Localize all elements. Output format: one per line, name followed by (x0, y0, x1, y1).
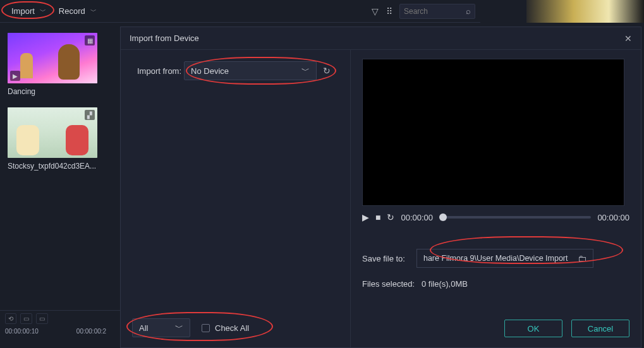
files-selected-row: Files selected: 0 file(s),0MB (362, 279, 629, 289)
check-all-label: Check All (215, 323, 249, 333)
grid-view-icon[interactable]: ⠿ (386, 6, 392, 16)
dialog-title: Import from Device (130, 33, 199, 43)
search-input[interactable] (404, 7, 454, 16)
save-path-value: hare Filmora 9\User Media\Device Import (423, 254, 568, 263)
timeline-ruler: 00:00:00:10 00:00:00:2 (5, 328, 115, 335)
topbar: Import ﹀ Record ﹀ ▽ ⠿ ⌕ (0, 0, 480, 23)
import-menu[interactable]: Import ﹀ (5, 4, 52, 18)
filter-select[interactable]: All ﹀ (132, 318, 190, 337)
seek-slider[interactable] (439, 216, 591, 219)
chevron-down-icon: ﹀ (175, 322, 183, 333)
time-end: 00:00:00 (597, 213, 629, 222)
search-icon: ⌕ (466, 6, 471, 16)
import-menu-label: Import (11, 6, 35, 16)
save-path-field[interactable]: hare Filmora 9\User Media\Device Import … (416, 249, 593, 268)
filter-select-value: All (139, 323, 148, 333)
video-badge-icon: ▶ (10, 71, 20, 81)
device-select-value: No Device (191, 66, 229, 76)
chevron-down-icon: ﹀ (301, 65, 310, 76)
media-thumb[interactable]: ▦ ▶ (8, 33, 97, 83)
search-box[interactable]: ⌕ (399, 4, 475, 19)
chevron-down-icon: ﹀ (40, 7, 46, 16)
media-label: Dancing (8, 87, 97, 96)
media-label: Stocksy_txpfd042cd3EA... (8, 162, 97, 171)
image-badge-icon: ▞ (85, 110, 95, 120)
preview-area (362, 59, 624, 206)
media-thumb[interactable]: ▞ (8, 107, 97, 158)
folder-badge-icon: ▦ (85, 35, 95, 45)
record-menu[interactable]: Record ﹀ (52, 4, 103, 18)
timecode: 00:00:00:2 (76, 328, 106, 335)
import-from-label: Import from: (137, 66, 181, 76)
import-dialog: Import from Device ✕ Import from: No Dev… (120, 27, 641, 348)
loop-icon[interactable]: ↻ (387, 212, 394, 222)
tl-btn[interactable]: ▭ (20, 313, 32, 324)
record-menu-label: Record (59, 6, 85, 16)
close-icon[interactable]: ✕ (624, 33, 632, 44)
folder-icon[interactable]: 🗀 (578, 253, 586, 263)
stop-icon[interactable]: ■ (375, 212, 380, 222)
tl-btn[interactable]: ⟲ (5, 313, 16, 324)
device-select[interactable]: No Device ﹀ (184, 61, 317, 80)
filter-icon[interactable]: ▽ (372, 6, 379, 16)
timecode: 00:00:00:10 (5, 328, 39, 335)
check-all[interactable]: Check All (202, 323, 249, 333)
files-selected-label: Files selected: (362, 279, 415, 289)
files-selected-value: 0 file(s),0MB (422, 279, 468, 289)
dialog-titlebar: Import from Device ✕ (121, 27, 641, 50)
timeline-panel: ⟲ ▭ ▭ 00:00:00:10 00:00:00:2 (0, 310, 120, 348)
chevron-down-icon: ﹀ (90, 7, 97, 16)
dialog-right-pane: ▶ ■ ↻ 00:00:00 00:00:00 Save file to: ha… (351, 50, 641, 347)
media-panel: ▦ ▶ Dancing ▞ Stocksy_txpfd042cd3EA... (0, 23, 120, 310)
play-bar: ▶ ■ ↻ 00:00:00 00:00:00 (362, 212, 629, 222)
save-to-label: Save file to: (362, 254, 405, 263)
time-start: 00:00:00 (401, 213, 433, 222)
refresh-icon[interactable]: ↻ (323, 66, 331, 76)
tl-btn[interactable]: ▭ (36, 313, 48, 324)
cancel-label: Cancel (588, 324, 613, 333)
play-icon[interactable]: ▶ (362, 212, 369, 222)
timeline-controls: ⟲ ▭ ▭ (5, 313, 115, 324)
ok-button[interactable]: OK (504, 320, 562, 337)
topbar-right: ▽ ⠿ ⌕ (372, 4, 475, 19)
ok-label: OK (528, 324, 540, 333)
cancel-button[interactable]: Cancel (571, 320, 629, 337)
checkbox-icon (202, 324, 210, 332)
dialog-left-pane: Import from: No Device ﹀ ↻ All ﹀ Check A… (121, 50, 351, 347)
preview-strip (526, 0, 644, 23)
